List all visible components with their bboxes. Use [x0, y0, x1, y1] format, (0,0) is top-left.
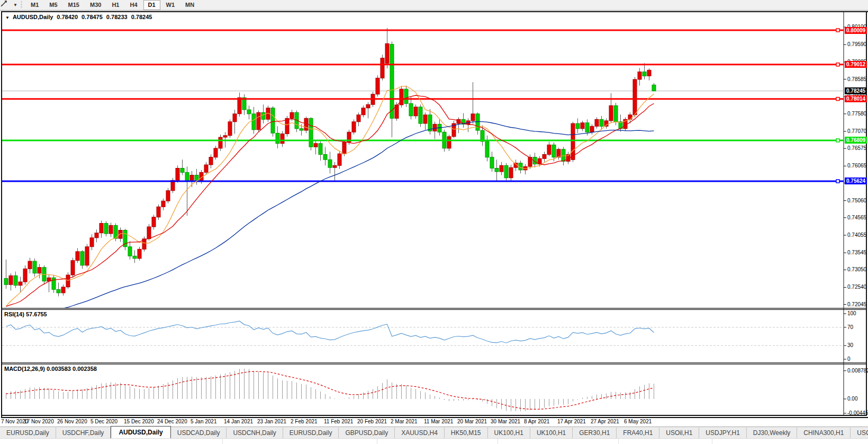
price-tick-label: 0.72540 [847, 284, 866, 290]
status-bar-separator [712, 439, 712, 444]
status-bar-separator [222, 439, 223, 444]
chart-tab-uk100-h1[interactable]: UK100,H1 [530, 428, 573, 439]
ohlc-high: 0.78475 [82, 14, 103, 20]
panel-separator-rsi[interactable] [2, 308, 866, 310]
date-axis-label[interactable]: 8 Apr 2021 [524, 419, 549, 424]
rsi-axis-label: 30 [847, 342, 853, 348]
hline-price-label: 0.78014 [845, 95, 867, 102]
moving-average-8 [6, 86, 654, 306]
chart-tab-usdcad-daily[interactable]: USDCAD,Daily [171, 428, 227, 439]
ohlc-open: 0.78420 [57, 14, 78, 20]
horizontal-line-0.80009[interactable] [2, 29, 844, 32]
date-axis-label[interactable]: 2 Mar 2021 [391, 419, 418, 424]
chart-tab-usoil-h1[interactable]: USOil,H1 [659, 428, 699, 439]
price-tick-label: 0.75060 [847, 198, 866, 203]
rsi-axis-label: 70 [847, 324, 853, 330]
date-axis-label[interactable]: 6 May 2021 [624, 419, 652, 424]
price-tick-label: 0.78585 [847, 76, 866, 82]
date-axis-label[interactable]: 5 Dec 2020 [91, 419, 117, 424]
chart-tab-usdjpy-h1[interactable]: USDJPY,H1 [699, 428, 746, 439]
current-price-label: 0.78245 [845, 87, 867, 94]
chart-tab-uk100-h1[interactable]: UK100,H1 [488, 428, 530, 439]
date-axis-label[interactable]: 23 Jan 2021 [257, 419, 286, 424]
chart-tab-xauusd-h4[interactable]: XAUUSD,H4 [395, 428, 445, 439]
price-tick-label: 0.73050 [847, 267, 866, 272]
macd-indicator-label: MACD(12,26,9) 0.003583 0.002358 [4, 366, 97, 372]
chart-symbol-period: AUDUSD,Daily [13, 14, 53, 20]
date-axis-label[interactable]: 24 Dec 2020 [157, 419, 187, 424]
macd-signal-line [6, 371, 654, 409]
rsi-value: 57.6755 [26, 311, 47, 317]
chart-tab-usdcnh-daily[interactable]: USDCNH,Daily [227, 428, 283, 439]
hline-price-label: 0.79012 [845, 61, 867, 68]
panel-separator-macd[interactable] [2, 362, 866, 365]
chart-canvas[interactable] [0, 0, 868, 444]
hline-price-label: 0.75624 [845, 177, 867, 184]
price-tick-label: 0.72045 [847, 301, 866, 307]
chart-tab-usdchf-daily[interactable]: USDCHF,Daily [56, 428, 111, 439]
horizontal-line-0.78014[interactable] [2, 97, 844, 101]
chart-tab-audusd-daily[interactable]: AUDUSD,Daily [111, 426, 170, 439]
chart-tab-eurusd-daily[interactable]: EURUSD,Daily [283, 428, 339, 439]
chart-tab-hk50-m15[interactable]: HK50,M15 [445, 428, 488, 439]
date-axis-label[interactable]: 11 Feb 2021 [324, 419, 353, 424]
rsi-line [6, 321, 654, 343]
chart-tab-usc[interactable]: USC [851, 428, 868, 439]
price-tick-label: 0.76065 [847, 163, 866, 168]
date-axis-label[interactable]: 15 Dec 2020 [124, 419, 154, 424]
price-tick-label: 0.77070 [847, 128, 866, 134]
chart-tab-bar: EURUSD,DailyUSDCHF,DailyAUDUSD,DailyUSDC… [0, 427, 868, 439]
date-axis-label[interactable]: 26 Nov 2020 [57, 419, 87, 424]
macd-axis-label: 0.008782 [847, 368, 868, 374]
date-axis-label[interactable]: 17 Nov 2020 [24, 419, 54, 424]
rsi-axis-label: 100 [847, 310, 856, 316]
rsi-indicator-label: RSI(14) 57.6755 [4, 311, 47, 317]
date-axis-label[interactable]: 27 Apr 2021 [591, 419, 619, 424]
date-axis-label[interactable]: 20 Mar 2021 [457, 419, 487, 424]
price-tick-label: 0.74055 [847, 232, 866, 238]
mt4-terminal: ▼ M1M5M15M30H1H4D1W1MN ▼AUDUSD,Daily0.78… [0, 0, 868, 444]
chart-tab-eurusd-daily[interactable]: EURUSD,Daily [0, 428, 56, 439]
status-bar-separator [498, 439, 498, 444]
date-axis-label[interactable]: 30 Mar 2021 [491, 419, 520, 424]
status-bar-separator [377, 439, 377, 444]
hline-price-label: 0.80009 [845, 27, 867, 34]
date-axis-label[interactable]: 2 Feb 2021 [291, 419, 318, 424]
chart-tab-gbpusd-daily[interactable]: GBPUSD,Daily [339, 428, 395, 439]
price-tick-label: 0.79590 [847, 41, 866, 47]
ohlc-close: 0.78245 [131, 14, 152, 20]
chart-tab-dj30-weekly[interactable]: DJ30,Weekly [747, 428, 797, 439]
ohlc-low: 0.78233 [106, 14, 128, 20]
horizontal-line-0.79012[interactable] [2, 63, 844, 66]
date-axis-label[interactable]: 17 Apr 2021 [557, 419, 586, 424]
price-tick-label: 0.76575 [847, 145, 866, 151]
macd-axis-label: -0.004451 [847, 410, 868, 416]
chart-tab-fra40-h1[interactable]: FRA40,H1 [617, 428, 659, 439]
rsi-axis-label: 0 [847, 356, 851, 362]
price-tick-label: 0.73545 [847, 250, 866, 255]
date-axis-label[interactable]: 11 Mar 2021 [424, 419, 453, 424]
horizontal-line-0.76809[interactable] [2, 139, 844, 142]
chart-tab-china300-h1[interactable]: CHINA300,H1 [797, 428, 851, 439]
status-bar-separator [618, 439, 619, 444]
price-tick-label: 0.77580 [847, 111, 866, 117]
macd-values: 0.003583 0.002358 [47, 366, 97, 372]
horizontal-line-0.75624[interactable] [2, 180, 844, 183]
date-axis-label[interactable]: 5 Jan 2021 [191, 419, 217, 424]
macd-histogram [6, 369, 654, 412]
date-axis-label[interactable]: 20 Feb 2021 [357, 419, 387, 424]
moving-average-13 [6, 95, 654, 306]
status-bar [0, 438, 868, 444]
chart-menu-icon[interactable]: ▼ [5, 15, 10, 20]
hline-price-label: 0.76809 [845, 137, 867, 144]
chart-tab-ger30-h1[interactable]: GER30,H1 [573, 428, 617, 439]
date-axis-label[interactable]: 14 Jan 2021 [224, 419, 253, 424]
price-tick-label: 0.74565 [847, 215, 866, 220]
macd-axis-label: 0.00 [847, 396, 857, 402]
chart-title: ▼AUDUSD,Daily0.784200.784750.782330.7824… [5, 14, 152, 20]
chart-window-frame [2, 12, 866, 415]
